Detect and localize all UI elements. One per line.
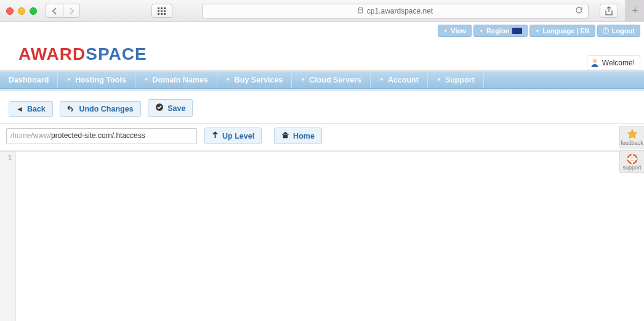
svg-rect-8: [164, 13, 166, 15]
address-bar[interactable]: cp1.awardspace.net: [202, 4, 589, 18]
nav-hosting-tools[interactable]: ▼Hosting Tools: [58, 71, 135, 88]
path-toolbar: /home/www/protected-site.com/.htaccess U…: [0, 124, 644, 151]
home-button[interactable]: Home: [274, 128, 322, 144]
path-input-wrap: /home/www/protected-site.com/.htaccess: [6, 128, 197, 144]
chevron-down-icon: ▼: [66, 77, 71, 83]
back-button[interactable]: ◄Back: [9, 101, 53, 117]
chevron-down-icon: ▼: [479, 29, 483, 33]
svg-rect-0: [158, 7, 159, 9]
editor-toolbar: ◄Back Undo Changes Save: [0, 91, 644, 124]
share-button[interactable]: [600, 4, 618, 18]
uplevel-label: Up Level: [222, 132, 254, 140]
code-editor: 1: [0, 151, 644, 321]
support-label: support: [622, 165, 641, 171]
nav-label: Domain Names: [153, 76, 208, 84]
undo-icon: [67, 105, 75, 113]
page: ▼View ▼Region ▼Language | EN Logout AWAR…: [0, 22, 644, 321]
region-label: Region: [486, 27, 509, 35]
save-label: Save: [167, 104, 185, 113]
header: ▼View ▼Region ▼Language | EN Logout AWAR…: [0, 22, 644, 71]
arrow-up-icon: [212, 131, 219, 140]
svg-rect-4: [161, 10, 163, 12]
svg-point-12: [630, 157, 634, 161]
home-label: Home: [293, 132, 315, 140]
nav-dashboard[interactable]: Dashboard: [0, 71, 58, 88]
nav-buy-services[interactable]: ▼Buy Services: [217, 71, 292, 88]
code-textarea[interactable]: [16, 152, 644, 321]
chevron-down-icon: ▼: [144, 77, 149, 83]
arrow-left-icon: ◄: [16, 105, 23, 113]
undo-label: Undo Changes: [79, 105, 133, 113]
eu-flag-icon: [512, 28, 522, 34]
nav-support[interactable]: ▼Support: [428, 71, 484, 88]
nav-label: Support: [445, 76, 475, 84]
logo-part1: AWARD: [18, 44, 86, 63]
chevron-down-icon: ▼: [379, 77, 384, 83]
power-icon: [603, 28, 609, 34]
nav-label: Account: [388, 76, 419, 84]
nav-back-forward: [46, 4, 80, 18]
back-label: Back: [27, 105, 46, 113]
nav-cloud-servers[interactable]: ▼Cloud Servers: [292, 71, 371, 88]
nav-label: Buy Services: [235, 76, 283, 84]
url-text: cp1.awardspace.net: [367, 7, 433, 15]
view-menu[interactable]: ▼View: [438, 25, 472, 37]
nav-domain-names[interactable]: ▼Domain Names: [135, 71, 217, 88]
nav-account[interactable]: ▼Account: [371, 71, 428, 88]
home-icon: [281, 131, 289, 140]
new-tab-button[interactable]: +: [626, 0, 644, 22]
undo-button[interactable]: Undo Changes: [60, 101, 140, 117]
svg-rect-7: [161, 13, 163, 15]
reload-icon[interactable]: [575, 6, 583, 16]
svg-rect-2: [164, 7, 166, 9]
svg-rect-3: [158, 10, 159, 12]
nav-label: Cloud Servers: [309, 76, 361, 84]
path-input[interactable]: [6, 128, 197, 144]
zoom-window-icon[interactable]: [30, 7, 37, 15]
svg-rect-6: [158, 13, 159, 15]
welcome-badge[interactable]: Welcome!: [587, 55, 640, 70]
up-level-button[interactable]: Up Level: [204, 128, 262, 144]
line-number: 1: [0, 154, 12, 162]
nav-label: Dashboard: [9, 76, 49, 84]
language-label: Language | EN: [542, 27, 589, 35]
logout-button[interactable]: Logout: [597, 25, 640, 37]
chevron-down-icon: ▼: [443, 29, 448, 33]
minimize-window-icon[interactable]: [18, 7, 25, 15]
star-icon: [626, 129, 638, 140]
avatar-icon: [590, 58, 600, 68]
language-menu[interactable]: ▼Language | EN: [529, 25, 595, 37]
side-tabs: feedback support: [619, 126, 644, 173]
welcome-text: Welcome!: [602, 59, 635, 67]
chevron-down-icon: ▼: [226, 77, 231, 83]
browser-back-button[interactable]: [46, 4, 63, 18]
save-button[interactable]: Save: [148, 99, 193, 117]
close-window-icon[interactable]: [6, 7, 14, 15]
chevron-down-icon: ▼: [535, 29, 539, 33]
svg-rect-1: [161, 7, 163, 9]
browser-forward-button[interactable]: [63, 4, 80, 18]
chevron-down-icon: ▼: [300, 77, 305, 83]
feedback-label: feedback: [621, 140, 643, 146]
line-gutter: 1: [0, 152, 16, 321]
browser-chrome: cp1.awardspace.net +: [0, 0, 644, 22]
support-tab[interactable]: support: [619, 150, 644, 173]
svg-point-9: [593, 59, 597, 63]
account-bar: ▼View ▼Region ▼Language | EN Logout: [0, 22, 644, 37]
feedback-tab[interactable]: feedback: [619, 126, 644, 148]
logout-label: Logout: [612, 27, 635, 35]
main-nav: Dashboard ▼Hosting Tools ▼Domain Names ▼…: [0, 71, 644, 89]
lifebuoy-icon: [626, 153, 638, 165]
nav-label: Hosting Tools: [75, 76, 126, 84]
logo[interactable]: AWARDSPACE: [18, 44, 147, 64]
view-label: View: [451, 27, 466, 35]
window-controls: [6, 7, 37, 15]
apps-button[interactable]: [151, 4, 172, 18]
logo-part2: SPACE: [86, 44, 147, 63]
region-menu[interactable]: ▼Region: [473, 25, 528, 37]
chevron-down-icon: ▼: [437, 77, 441, 83]
lock-icon: [358, 7, 363, 15]
check-circle-icon: [155, 103, 164, 113]
svg-rect-5: [164, 10, 166, 12]
